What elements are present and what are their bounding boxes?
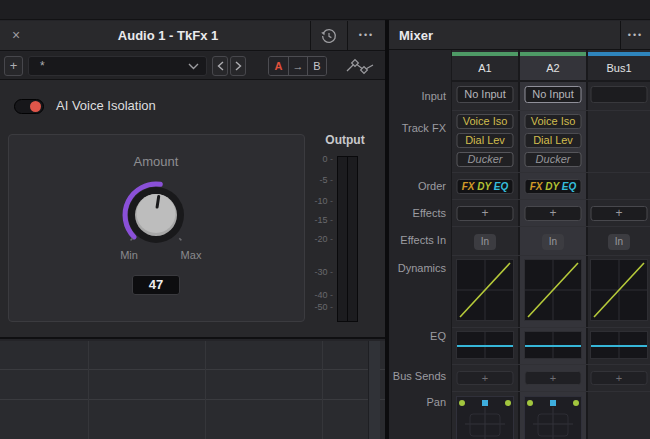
mixer-options-menu-button[interactable]: ••• bbox=[621, 21, 650, 50]
effects-in-toggle[interactable]: In bbox=[608, 234, 630, 250]
chevron-right-icon bbox=[235, 61, 242, 71]
amount-value-field[interactable]: 47 bbox=[132, 275, 180, 295]
track-fx-voice-iso-button[interactable]: Voice Iso bbox=[525, 114, 582, 129]
plugin-toolbar: + * A → B bbox=[0, 52, 385, 80]
chevron-left-icon bbox=[217, 61, 224, 71]
previous-preset-button[interactable] bbox=[212, 56, 228, 76]
order-dy-label: DY bbox=[477, 181, 491, 192]
channel-name[interactable]: A1 bbox=[452, 56, 518, 80]
mixer-title: Mixer bbox=[399, 21, 433, 50]
meter-tick: -40 bbox=[299, 290, 333, 300]
track-fx-voice-iso-button[interactable]: Voice Iso bbox=[457, 114, 514, 129]
input-select-button[interactable] bbox=[591, 86, 648, 103]
input-select-button[interactable]: No Input bbox=[525, 86, 582, 103]
dynamics-graph[interactable] bbox=[524, 259, 582, 321]
track-fx-dial-lev-button[interactable]: Dial Lev bbox=[457, 133, 514, 148]
plugin-body: AI Voice Isolation Amount Min Max 47 Out… bbox=[0, 80, 385, 339]
add-effect-button[interactable]: + bbox=[591, 206, 648, 221]
mixer-channel-area: A1 No Input Voice Iso Dial Lev Ducker FX… bbox=[452, 50, 650, 439]
track-fx-ducker-button[interactable]: Ducker bbox=[525, 152, 582, 167]
mixer-titlebar: Mixer ••• bbox=[389, 21, 650, 50]
preset-current-value: * bbox=[40, 59, 188, 73]
history-reset-button[interactable] bbox=[311, 21, 347, 50]
ab-compare-b-button[interactable]: B bbox=[307, 57, 326, 75]
pan-control[interactable] bbox=[524, 396, 582, 439]
history-icon bbox=[319, 26, 339, 46]
bus-send-button[interactable]: + bbox=[457, 371, 514, 385]
ab-compare-group: A → B bbox=[268, 56, 327, 76]
timeline-gridline bbox=[322, 341, 323, 439]
order-eq-label: EQ bbox=[494, 181, 508, 192]
row-label-effects-in: Effects In bbox=[389, 234, 446, 246]
automation-keyframe-button[interactable] bbox=[345, 58, 375, 75]
output-meter-label: Output bbox=[316, 133, 374, 147]
timeline-gridline bbox=[205, 341, 206, 439]
track-fx-ducker-button[interactable]: Ducker bbox=[457, 152, 514, 167]
row-label-order: Order bbox=[389, 180, 446, 192]
knob-min-label: Min bbox=[109, 249, 149, 261]
bus-send-button[interactable]: + bbox=[591, 371, 648, 385]
pan-control[interactable] bbox=[456, 396, 514, 439]
effects-in-toggle[interactable]: In bbox=[542, 234, 564, 250]
channel-strip-bus1: Bus1 + In + bbox=[588, 50, 650, 439]
meter-tick: -20 bbox=[299, 234, 333, 244]
order-button[interactable]: FX DY EQ bbox=[457, 179, 514, 194]
track-fx-dial-lev-button[interactable]: Dial Lev bbox=[525, 133, 582, 148]
meter-tick: -5 bbox=[299, 175, 333, 185]
ab-copy-button[interactable]: → bbox=[288, 57, 307, 75]
eq-graph[interactable] bbox=[590, 331, 648, 359]
chevron-down-icon bbox=[188, 63, 199, 70]
next-preset-button[interactable] bbox=[230, 56, 246, 76]
preset-dropdown[interactable]: * bbox=[28, 56, 207, 76]
meter-tick: 0 bbox=[299, 154, 333, 164]
effects-in-toggle[interactable]: In bbox=[474, 234, 496, 250]
row-label-pan: Pan bbox=[389, 396, 446, 408]
plugin-window-titlebar: × Audio 1 - TkFx 1 ••• bbox=[0, 21, 385, 51]
row-label-eq: EQ bbox=[389, 330, 446, 342]
add-effect-button[interactable]: + bbox=[457, 206, 514, 221]
knob-graphic bbox=[111, 170, 201, 260]
order-fx-label: FX bbox=[530, 181, 543, 192]
toggle-on-dot bbox=[30, 101, 41, 112]
channel-name[interactable]: Bus1 bbox=[588, 56, 650, 80]
channel-strip-a2: A2 No Input Voice Iso Dial Lev Ducker FX… bbox=[520, 50, 586, 439]
row-label-dynamics: Dynamics bbox=[389, 262, 446, 274]
eq-graph[interactable] bbox=[524, 331, 582, 359]
meter-tick: -30 bbox=[299, 267, 333, 277]
knob-max-label: Max bbox=[171, 249, 211, 261]
dynamics-graph[interactable] bbox=[456, 259, 514, 321]
row-label-effects: Effects bbox=[389, 207, 446, 219]
output-level-meter bbox=[337, 156, 358, 322]
amount-panel: Amount Min Max 47 bbox=[8, 134, 305, 322]
order-fx-label: FX bbox=[462, 181, 475, 192]
eq-graph[interactable] bbox=[456, 331, 514, 359]
mixer-body: Input Track FX Order Effects Effects In … bbox=[389, 50, 650, 439]
input-select-button[interactable]: No Input bbox=[457, 86, 514, 103]
channel-strip-a1: A1 No Input Voice Iso Dial Lev Ducker FX… bbox=[452, 50, 518, 439]
meter-tick: -15 bbox=[299, 215, 333, 225]
dynamics-graph[interactable] bbox=[590, 259, 648, 321]
add-effect-button[interactable]: + bbox=[525, 206, 582, 221]
add-preset-button[interactable]: + bbox=[4, 56, 23, 76]
timeline-gridline bbox=[88, 341, 89, 439]
row-label-track-fx: Track FX bbox=[389, 122, 446, 134]
plugin-options-menu-button[interactable]: ••• bbox=[348, 21, 385, 50]
ai-voice-isolation-toggle[interactable] bbox=[14, 99, 44, 114]
timeline-track-divider bbox=[0, 369, 385, 370]
plugin-window-title: Audio 1 - TkFx 1 bbox=[26, 21, 310, 50]
meter-tick: -10 bbox=[299, 196, 333, 206]
keyframe-curve-icon bbox=[345, 58, 375, 75]
row-label-bus-sends: Bus Sends bbox=[389, 370, 446, 382]
row-label-input: Input bbox=[389, 90, 446, 102]
channel-name[interactable]: A2 bbox=[520, 56, 586, 80]
timeline-background bbox=[0, 341, 385, 439]
order-button[interactable]: FX DY EQ bbox=[525, 179, 582, 194]
order-eq-label: EQ bbox=[562, 181, 576, 192]
timeline-scrollbar[interactable] bbox=[368, 341, 380, 439]
meter-divider bbox=[347, 157, 348, 321]
ab-compare-a-button[interactable]: A bbox=[269, 57, 288, 75]
davinci-fairlight-screen: × Audio 1 - TkFx 1 ••• + * A bbox=[0, 0, 650, 439]
ai-voice-isolation-label: AI Voice Isolation bbox=[56, 98, 156, 113]
bus-send-button[interactable]: + bbox=[525, 371, 582, 385]
top-strip bbox=[0, 0, 650, 20]
